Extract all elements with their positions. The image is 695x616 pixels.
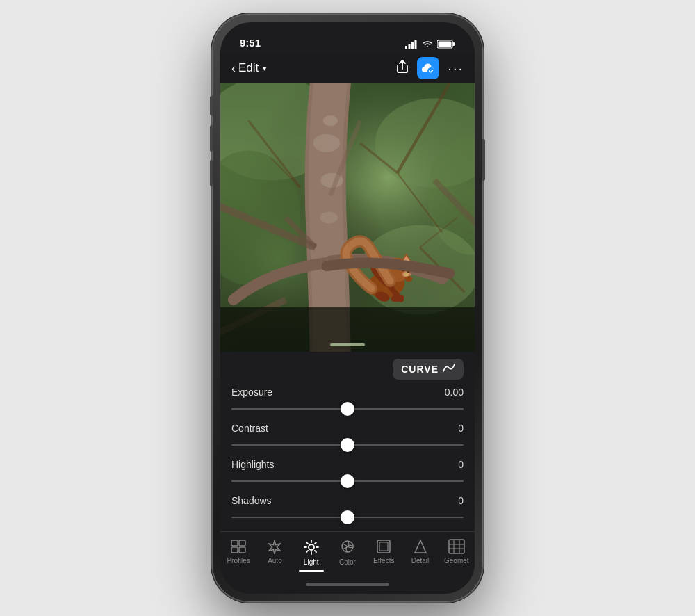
svg-point-25: [320, 211, 338, 223]
curve-row: CURVE: [220, 352, 475, 384]
color-icon: [340, 539, 355, 556]
light-tab-active-indicator: [299, 570, 324, 572]
highlights-value: 0: [458, 459, 464, 470]
wifi-icon: [422, 40, 433, 49]
highlights-header: Highlights 0: [231, 459, 464, 470]
contrast-slider[interactable]: [231, 438, 464, 452]
tab-detail[interactable]: Detail: [404, 539, 437, 565]
edit-caret[interactable]: ▾: [263, 64, 267, 73]
svg-rect-60: [379, 542, 388, 551]
nav-right: ···: [396, 57, 464, 79]
tab-auto[interactable]: Auto: [258, 539, 291, 565]
volume-up-button[interactable]: [210, 125, 213, 152]
detail-tab-label: Detail: [411, 557, 430, 565]
auto-icon: [267, 539, 282, 554]
svg-rect-46: [239, 540, 245, 546]
photo-area[interactable]: [220, 83, 475, 352]
more-button[interactable]: ···: [448, 60, 464, 76]
shadows-header: Shadows 0: [231, 495, 464, 506]
share-button[interactable]: [396, 60, 409, 77]
shadows-thumb[interactable]: [341, 510, 354, 524]
effects-tab-label: Effects: [373, 557, 394, 565]
exposure-slider[interactable]: [231, 402, 464, 416]
svg-line-56: [306, 551, 308, 552]
exposure-header: Exposure 0.00: [231, 387, 464, 398]
svg-rect-2: [411, 42, 414, 49]
tab-light[interactable]: Light: [295, 539, 328, 572]
auto-tab-label: Auto: [268, 557, 282, 565]
edit-label[interactable]: Edit: [238, 61, 259, 75]
silent-button[interactable]: [210, 96, 213, 115]
effects-icon: [376, 539, 391, 554]
exposure-thumb[interactable]: [341, 402, 354, 416]
tab-color[interactable]: Color: [331, 539, 364, 566]
highlights-track: [231, 480, 464, 482]
tab-profiles[interactable]: Profiles: [222, 539, 255, 565]
tab-effects[interactable]: Effects: [367, 539, 400, 565]
curve-button[interactable]: CURVE: [393, 359, 464, 380]
svg-point-44: [403, 272, 409, 276]
profiles-icon: [230, 539, 247, 554]
contrast-value: 0: [458, 423, 464, 434]
bottom-tabs: Profiles Auto: [220, 531, 475, 574]
svg-rect-48: [239, 547, 245, 553]
contrast-slider-row: Contrast 0: [231, 423, 464, 452]
contrast-header: Contrast 0: [231, 423, 464, 434]
contrast-label: Contrast: [231, 423, 268, 434]
photo-scroll-indicator: [330, 343, 365, 346]
svg-rect-3: [415, 40, 417, 49]
geometry-tab-label: Geomet: [444, 557, 469, 565]
power-button[interactable]: [482, 139, 485, 181]
exposure-track: [231, 408, 464, 410]
svg-line-55: [315, 551, 316, 552]
highlights-slider[interactable]: [231, 474, 464, 488]
photo-content: [220, 83, 475, 352]
svg-rect-1: [409, 44, 411, 49]
phone-frame: 9:51: [212, 14, 483, 602]
shadows-slider-row: Shadows 0: [231, 495, 464, 524]
light-icon: [303, 539, 320, 556]
contrast-track: [231, 444, 464, 446]
home-indicator: [220, 574, 475, 594]
shadows-track: [231, 517, 464, 518]
exposure-slider-row: Exposure 0.00: [231, 387, 464, 416]
back-button[interactable]: ‹: [231, 61, 236, 76]
shadows-value: 0: [458, 495, 464, 506]
highlights-thumb[interactable]: [341, 474, 354, 488]
sliders-area: Exposure 0.00 Contrast 0: [220, 384, 475, 524]
svg-point-23: [313, 134, 341, 152]
highlights-slider-row: Highlights 0: [231, 459, 464, 488]
shadows-slider[interactable]: [231, 510, 464, 524]
svg-point-26: [323, 115, 338, 126]
svg-point-35: [405, 276, 413, 282]
nav-bar: ‹ Edit ▾: [220, 53, 475, 83]
photo-illustration: [220, 83, 475, 352]
exposure-value: 0.00: [445, 387, 464, 398]
status-time: 9:51: [240, 37, 261, 49]
phone-screen: 9:51: [220, 22, 475, 594]
curve-icon: [443, 363, 455, 375]
svg-line-57: [315, 542, 316, 544]
home-indicator-bar: [306, 583, 389, 586]
tab-geometry[interactable]: Geomet: [440, 539, 473, 565]
svg-rect-45: [231, 540, 238, 546]
light-tab-label: Light: [304, 558, 319, 566]
svg-rect-47: [231, 547, 238, 553]
cloud-button[interactable]: [417, 57, 439, 79]
svg-rect-6: [439, 42, 452, 47]
svg-rect-0: [405, 46, 407, 49]
svg-point-49: [309, 544, 314, 550]
detail-icon: [414, 539, 427, 554]
curve-label: CURVE: [401, 364, 439, 375]
color-tab-label: Color: [339, 558, 356, 566]
svg-line-54: [306, 542, 308, 544]
volume-down-button[interactable]: [210, 160, 213, 186]
geometry-icon: [448, 539, 465, 554]
notch: [295, 22, 400, 43]
shadows-label: Shadows: [231, 495, 272, 506]
svg-marker-61: [415, 540, 426, 553]
contrast-thumb[interactable]: [341, 438, 354, 452]
highlights-label: Highlights: [231, 459, 274, 470]
battery-icon: [437, 40, 455, 49]
exposure-label: Exposure: [231, 387, 272, 398]
